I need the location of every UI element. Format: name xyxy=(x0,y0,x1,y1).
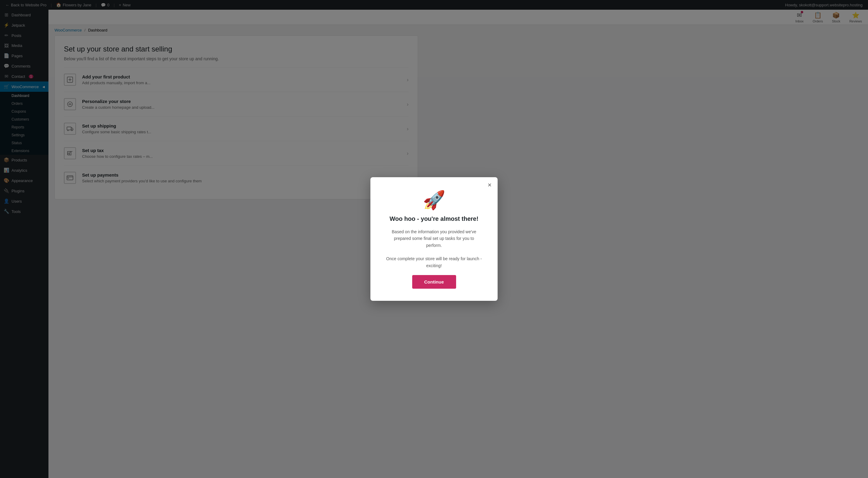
modal-title: Woo hoo - you're almost there! xyxy=(385,215,483,222)
modal-close-button[interactable]: × xyxy=(488,182,492,188)
rocket-illustration: 🚀 xyxy=(385,189,483,211)
modal-body-line2: Once complete your store will be ready f… xyxy=(385,256,483,269)
modal-continue-button[interactable]: Continue xyxy=(412,275,456,289)
modal-overlay: × 🚀 Woo hoo - you're almost there! Based… xyxy=(0,0,868,478)
modal-body-line1: Based on the information you provided we… xyxy=(385,229,483,249)
modal-box: × 🚀 Woo hoo - you're almost there! Based… xyxy=(370,177,498,301)
modal-body: Based on the information you provided we… xyxy=(385,229,483,269)
